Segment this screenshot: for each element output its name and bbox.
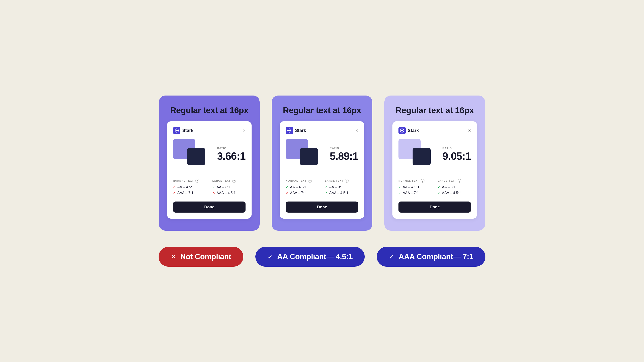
card-2-normal-aaa-text: AAA – 7:1 [290,191,306,195]
card-3-large-aa: ✓ AA – 3:1 [438,185,471,189]
card-3-swatch-ratio: RATIO 9.05:1 [398,139,471,170]
card-3-close-button[interactable]: × [468,128,471,133]
card-3-normal-aaa-icon: ✓ [398,191,401,194]
stark-logo-icon-2 [286,127,293,134]
card-3-ratio-value: 9.05:1 [442,150,471,162]
card-3-app-label: Stark [408,128,419,133]
card-3-logo-group: Stark [398,127,419,134]
card-3-normal-aa-text: AA – 4.5:1 [403,185,420,189]
card-3-large-col-header: LARGE TEXT ? [438,179,471,183]
card-1-large-col: LARGE TEXT ? ✓ AA – 3:1 ✕ AAA – 4.5:1 [212,179,246,197]
card-2-large-aaa-icon: ✓ [325,191,328,194]
card-3-large-col: LARGE TEXT ? ✓ AA – 3:1 ✓ AAA – 4.5:1 [438,179,471,197]
badges-row: ✕ Not Compliant ✓ AA Compliant— 4.5:1 ✓ … [158,247,486,267]
card-2-swatches [286,139,318,165]
card-3-large-aa-text: AA – 3:1 [442,185,456,189]
card-1: Regular text at 16px Stark × [159,95,260,231]
card-2-normal-col-header: NORMAL TEXT ? [286,179,319,183]
card-1-inner: Stark × RATIO 3.66:1 NORMAL TEXT [167,121,252,219]
card-1-normal-help-icon[interactable]: ? [196,179,199,183]
card-3-ratio-section: RATIO 9.05:1 [442,147,471,162]
card-1-swatches [173,139,205,165]
card-1-large-aa: ✓ AA – 3:1 [212,185,246,189]
card-1-large-col-header: LARGE TEXT ? [212,179,246,183]
card-2-large-aa: ✓ AA – 3:1 [325,185,358,189]
card-2-normal-col: NORMAL TEXT ? ✓ AA – 4.5:1 ✕ AAA – 7:1 [286,179,319,197]
card-2-logo-group: Stark [286,127,306,134]
cards-row: Regular text at 16px Stark × [159,95,485,231]
card-1-normal-aaa-text: AAA – 7:1 [177,191,194,195]
card-2-large-col-header: LARGE TEXT ? [325,179,358,183]
card-1-done-button[interactable]: Done [173,202,246,213]
card-2-normal-aaa-icon: ✕ [286,191,288,194]
card-2-done-button[interactable]: Done [286,202,358,213]
card-2-ratio-label: RATIO [330,147,358,150]
card-1-ratio-value: 3.66:1 [217,150,246,162]
card-2: Regular text at 16px Stark × [272,95,372,231]
card-2-large-aa-text: AA – 3:1 [329,185,343,189]
card-1-swatch-ratio: RATIO 3.66:1 [173,139,246,170]
card-1-large-help-icon[interactable]: ? [232,179,236,183]
card-3: Regular text at 16px Stark × [384,95,485,231]
badge-not-compliant-text: Not Compliant [180,252,231,261]
card-1-large-aaa-icon: ✕ [212,191,215,194]
card-2-normal-aa-text: AA – 4.5:1 [290,185,307,189]
card-2-large-aaa: ✓ AAA – 4.5:1 [325,191,358,195]
card-1-normal-aa-icon: ✕ [173,185,176,189]
card-3-large-aaa-icon: ✓ [438,191,440,194]
card-1-logo-group: Stark [173,127,194,134]
card-3-normal-help-icon[interactable]: ? [421,179,424,183]
card-1-ratio-label: RATIO [217,147,246,150]
card-2-large-aaa-text: AAA – 4.5:1 [329,191,348,195]
card-3-header: Stark × [398,127,471,134]
card-1-large-aa-icon: ✓ [212,185,215,189]
card-2-ratio-section: RATIO 5.89:1 [330,147,358,162]
card-1-normal-aaa: ✕ AAA – 7:1 [173,191,206,195]
card-2-normal-aa: ✓ AA – 4.5:1 [286,185,319,189]
card-1-title: Regular text at 16px [170,106,248,115]
card-2-normal-aaa: ✕ AAA – 7:1 [286,191,319,195]
card-2-close-button[interactable]: × [356,128,358,133]
card-2-normal-help-icon[interactable]: ? [308,179,312,183]
stark-logo-icon-3 [398,127,406,134]
card-1-large-text-label: LARGE TEXT [212,179,231,182]
card-1-normal-col-header: NORMAL TEXT ? [173,179,206,183]
card-2-compliance-columns: NORMAL TEXT ? ✓ AA – 4.5:1 ✕ AAA – 7:1 L… [286,179,358,197]
card-2-ratio-value: 5.89:1 [330,150,358,162]
card-2-large-text-label: LARGE TEXT [325,179,343,182]
card-3-large-help-icon[interactable]: ? [458,179,461,183]
card-3-normal-aaa: ✓ AAA – 7:1 [398,191,432,195]
card-2-header: Stark × [286,127,358,134]
card-2-inner: Stark × RATIO 5.89:1 NORMAL TEXT [280,121,364,219]
card-3-done-button[interactable]: Done [398,202,471,213]
card-1-large-aaa-text: AAA – 4.5:1 [216,191,236,195]
card-1-close-button[interactable]: × [243,128,246,133]
stark-logo-icon-1 [173,127,180,134]
card-3-title: Regular text at 16px [396,106,474,115]
card-3-compliance-columns: NORMAL TEXT ? ✓ AA – 4.5:1 ✓ AAA – 7:1 L… [398,179,471,197]
card-3-large-text-label: LARGE TEXT [438,179,456,182]
card-3-large-aaa-text: AAA – 4.5:1 [442,191,461,195]
badge-aa-compliant-text: AA Compliant— 4.5:1 [277,252,352,261]
card-1-ratio-section: RATIO 3.66:1 [217,147,246,162]
card-2-title: Regular text at 16px [283,106,361,115]
card-3-large-aa-icon: ✓ [438,185,440,189]
card-2-large-help-icon[interactable]: ? [345,179,348,183]
badge-aa-compliant: ✓ AA Compliant— 4.5:1 [256,247,365,267]
card-2-large-col: LARGE TEXT ? ✓ AA – 3:1 ✓ AAA – 4.5:1 [325,179,358,197]
card-3-inner: Stark × RATIO 9.05:1 NORMAL TEXT [392,121,477,219]
card-3-ratio-label: RATIO [442,147,471,150]
card-1-normal-aa-text: AA – 4.5:1 [177,185,194,189]
badge-aa-compliant-icon: ✓ [268,253,273,260]
card-3-swatch-front [412,148,431,165]
card-1-swatch-front [187,148,205,165]
card-3-normal-col-header: NORMAL TEXT ? [398,179,432,183]
card-3-normal-aa: ✓ AA – 4.5:1 [398,185,432,189]
badge-aaa-compliant: ✓ AAA Compliant— 7:1 [377,247,486,267]
card-1-compliance-columns: NORMAL TEXT ? ✕ AA – 4.5:1 ✕ AAA – 7:1 L… [173,179,246,197]
card-3-swatches [398,139,431,165]
card-3-normal-aa-icon: ✓ [398,185,401,189]
card-3-normal-aaa-text: AAA – 7:1 [403,191,419,195]
badge-not-compliant: ✕ Not Compliant [158,247,243,267]
card-3-normal-col: NORMAL TEXT ? ✓ AA – 4.5:1 ✓ AAA – 7:1 [398,179,432,197]
